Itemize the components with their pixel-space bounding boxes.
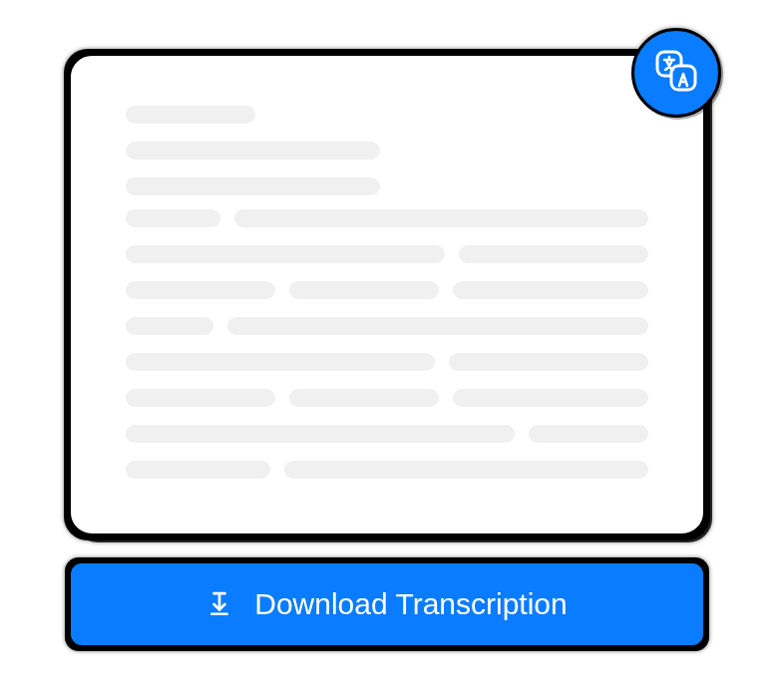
download-button-label: Download Transcription — [254, 587, 568, 621]
skeleton-line — [126, 317, 213, 335]
skeleton-line — [126, 142, 380, 160]
transcription-card — [68, 53, 706, 536]
translate-badge[interactable] — [631, 28, 721, 118]
skeleton-line — [284, 461, 648, 479]
transcription-header-skeleton — [126, 106, 648, 195]
skeleton-line — [449, 353, 648, 371]
skeleton-line — [227, 317, 648, 335]
skeleton-line — [126, 425, 515, 443]
skeleton-line — [289, 389, 439, 407]
skeleton-line — [453, 389, 648, 407]
skeleton-line — [126, 389, 275, 407]
download-transcription-button[interactable]: Download Transcription — [68, 560, 706, 648]
skeleton-line — [289, 281, 439, 299]
skeleton-line — [126, 209, 220, 227]
skeleton-line — [126, 353, 435, 371]
skeleton-line — [126, 461, 270, 479]
download-to-line-icon — [206, 591, 232, 617]
skeleton-line — [459, 245, 648, 263]
skeleton-line — [126, 281, 275, 299]
skeleton-line — [529, 425, 648, 443]
translate-icon — [651, 46, 701, 100]
skeleton-line — [126, 245, 445, 263]
svg-rect-1 — [671, 66, 695, 90]
skeleton-line — [126, 177, 380, 195]
skeleton-line — [453, 281, 648, 299]
skeleton-line — [234, 209, 648, 227]
skeleton-line — [126, 106, 255, 124]
transcription-body-skeleton — [126, 209, 648, 479]
